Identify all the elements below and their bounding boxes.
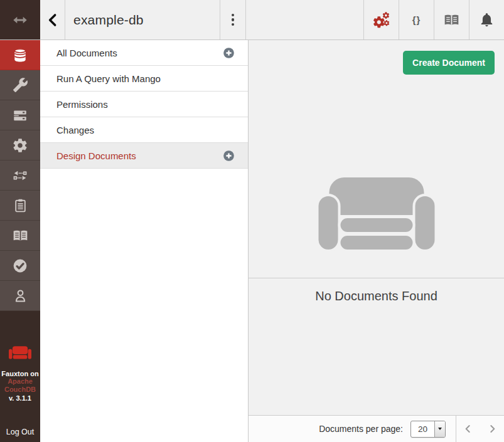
bell-icon [479,12,495,28]
book-icon [12,228,29,244]
logout-link[interactable]: Log Out [6,428,34,436]
notifications-button[interactable] [469,0,504,39]
sidebar-item-replication[interactable] [0,160,40,191]
server-icon [12,107,28,124]
content-divider [249,278,504,278]
brand-apache: Apache [8,377,33,386]
pagination-footer: Documents per page: 20 [249,415,504,442]
nav-item-design-documents[interactable]: Design Documents [40,143,248,169]
sidebar-collapse-button[interactable] [0,0,40,39]
fauxton-app: example-db [0,0,504,442]
book-icon [443,12,460,28]
add-document-icon[interactable] [223,47,235,59]
gears-icon [372,11,391,29]
resize-arrow-icon [11,11,29,29]
sidebar-item-configuration[interactable] [0,130,40,160]
brand-text: Fauxton on [1,370,38,377]
sidebar-item-verify[interactable] [0,251,40,281]
per-page-value: 20 [411,421,434,437]
brand-version: v. 3.1.1 [9,394,31,402]
create-document-button[interactable]: Create Document [403,51,495,75]
sidebar-item-active-tasks[interactable] [0,100,40,130]
header-spacer [246,0,363,39]
main-content: Create Document No Documents Found Docum… [249,40,504,442]
documentation-button[interactable] [434,0,469,39]
database-icon [12,47,28,63]
kebab-menu-icon [232,14,235,17]
json-api-button[interactable]: {} [399,0,434,39]
back-chevron-icon [46,13,60,28]
sidebar-item-documentation[interactable] [0,221,40,251]
api-options-button[interactable] [363,0,399,39]
per-page-label: Documents per page: [319,424,403,434]
empty-couch-illustration [318,177,434,250]
primary-sidebar: Fauxton on Apache CouchDB v. 3.1.1 Log O… [0,40,40,442]
next-page-button[interactable] [488,424,497,434]
empty-state-message: No Documents Found [249,289,504,303]
wrench-icon [13,77,28,93]
per-page-select[interactable]: 20 [410,421,446,438]
nav-item-permissions[interactable]: Permissions [40,92,248,117]
page-title: example-db [73,13,144,28]
check-circle-icon [12,258,28,274]
database-nav: All Documents Run A Query with Mango Per… [40,40,249,442]
previous-page-button[interactable] [463,424,473,434]
chevron-down-icon [438,428,442,430]
person-icon [13,288,28,303]
select-dropdown-segment[interactable] [434,421,445,437]
nav-item-changes[interactable]: Changes [40,117,248,143]
braces-icon: {} [412,14,421,25]
pagination-controls [456,416,504,442]
database-title-cell: example-db [65,0,220,39]
sidebar-item-databases[interactable] [0,40,40,70]
back-button[interactable] [40,0,65,39]
nav-item-mango-query[interactable]: Run A Query with Mango [40,66,248,92]
sidebar-item-clipboard[interactable] [0,191,40,221]
sidebar-item-setup[interactable] [0,70,40,100]
top-header: example-db [0,0,504,40]
clipboard-icon [13,197,28,213]
brand-couchdb: CouchDB [4,386,36,394]
sidebar-branding: Fauxton on Apache CouchDB v. 3.1.1 Log O… [0,311,40,442]
per-page-control: Documents per page: 20 [319,421,446,438]
replication-icon [12,167,28,184]
add-design-document-icon[interactable] [223,150,235,162]
couchdb-logo-icon [9,346,31,362]
sidebar-item-account[interactable] [0,281,40,311]
nav-item-all-documents[interactable]: All Documents [40,40,248,66]
gear-icon [12,137,28,154]
kebab-menu-button[interactable] [220,0,246,39]
